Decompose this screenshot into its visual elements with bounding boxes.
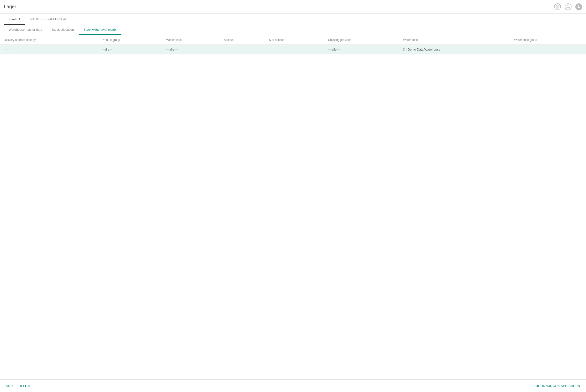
cell-product-group: – alle – <box>98 45 162 54</box>
col-shipping-provider: Shipping provider <box>324 35 399 45</box>
col-sub-account: Sub-account <box>265 35 324 45</box>
col-marketplace: Marketplace <box>162 35 220 45</box>
cell-warehouse-group <box>510 45 586 54</box>
table-header-row: Delivery address country Product group M… <box>0 35 586 45</box>
tab-stock-allocation[interactable]: Stock allocation <box>47 25 78 35</box>
svg-point-1 <box>578 5 579 6</box>
table-container: Delivery address country Product group M… <box>0 35 586 379</box>
col-warehouse: Warehouse <box>399 35 510 45</box>
cell-sub-account <box>265 45 324 54</box>
module-tabs: LAGER ARTIKEL-LABELEDITOR <box>0 14 586 25</box>
tab-stock-withdrawal-matrix[interactable]: Stock withdrawal matrix <box>78 25 122 35</box>
bell-icon[interactable] <box>565 4 572 10</box>
settings-icon[interactable] <box>554 4 561 10</box>
svg-point-0 <box>557 6 558 7</box>
cell-shipping-provider: ––alle–– <box>324 45 399 54</box>
table-row[interactable]: – alle – ––alle–– ––alle–– 3 - Demo Data… <box>0 45 586 54</box>
col-account: Account <box>220 35 265 45</box>
cell-account <box>220 45 265 54</box>
empty-dash <box>4 50 10 50</box>
tab-artikel-labeleditor[interactable]: ARTIKEL-LABELEDITOR <box>25 14 72 25</box>
app-bar-icons <box>554 4 582 10</box>
sub-tabs: Warehouse master data Stock allocation S… <box>0 25 586 35</box>
col-warehouse-group: Warehouse group <box>510 35 586 45</box>
app-title: Lager <box>4 4 16 10</box>
cell-warehouse: 3 - Demo Data Warehouse <box>399 45 510 54</box>
cell-marketplace: ––alle–– <box>162 45 220 54</box>
app-bar: Lager <box>0 0 586 14</box>
tab-lager[interactable]: LAGER <box>4 14 25 25</box>
stock-withdrawal-table: Delivery address country Product group M… <box>0 35 586 54</box>
col-delivery-address-country: Delivery address country <box>0 35 98 45</box>
cell-delivery-address-country <box>0 45 98 54</box>
tab-warehouse-master-data[interactable]: Warehouse master data <box>4 25 47 35</box>
user-avatar[interactable] <box>575 4 582 10</box>
col-product-group: Product group <box>98 35 162 45</box>
